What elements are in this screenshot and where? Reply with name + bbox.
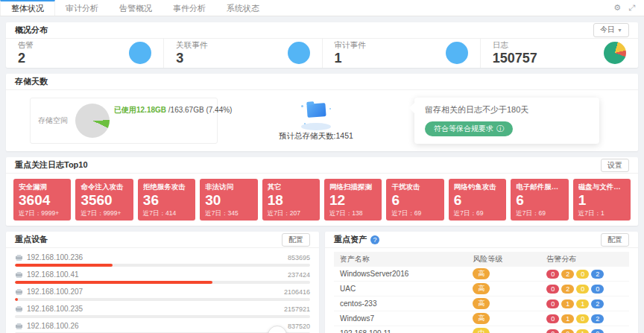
asset-row[interactable]: UAC 高 0200	[334, 282, 629, 296]
device-icon	[15, 288, 23, 296]
log-card-1[interactable]: 安全漏洞 3604 近7日：9999+	[13, 179, 71, 221]
date-range-value: 今日	[600, 25, 615, 34]
log-pie-chart	[604, 42, 626, 64]
col-asset-name: 资产名称	[334, 252, 467, 267]
tab-event-analysis[interactable]: 事件分析	[162, 0, 216, 16]
info-icon: ⓘ	[496, 124, 504, 134]
alert-badges: 0202	[546, 270, 604, 279]
device-row[interactable]: 192.168.100.2072106416	[15, 285, 310, 302]
alert-badges: 0200	[546, 285, 604, 294]
log-card-title: 电子邮件服务攻击	[516, 183, 563, 192]
log-card-recent: 近7日：9999+	[80, 209, 127, 218]
stat-label: 关联事件	[176, 40, 207, 51]
log-card-10[interactable]: 磁盘与文件系... 1 近7日：1	[573, 179, 631, 221]
log-card-value: 3560	[80, 192, 127, 209]
storage-section: 存储天数 存储空间 已使用12.18GB /163.67GB (7.44%) 预…	[6, 74, 638, 151]
asset-name: WindowsServer2016	[334, 267, 467, 282]
log-card-value: 36	[143, 192, 190, 209]
device-count: 837520	[288, 323, 310, 330]
risk-badge: 高	[473, 313, 490, 324]
device-icon	[15, 271, 23, 279]
log-card-recent: 近7日：207	[268, 209, 315, 218]
tab-label: 系统状态	[227, 4, 259, 13]
device-row[interactable]: 192.168.100.2352157921	[15, 302, 310, 319]
storage-header: 存储天数	[6, 74, 638, 90]
assets-config-button[interactable]: 配置	[601, 233, 629, 247]
stat-label: 告警	[18, 40, 34, 51]
asset-row[interactable]: WindowsServer2016 高 0202	[334, 267, 629, 282]
tab-audit-analysis[interactable]: 审计分析	[55, 0, 109, 16]
asset-row[interactable]: 192.168.100.11 中 0010	[334, 326, 629, 333]
log-card-title: 安全漏洞	[19, 183, 66, 192]
risk-badge: 高	[473, 298, 490, 309]
device-icon	[15, 305, 23, 313]
alert-badge-high: 2	[561, 285, 574, 294]
asset-row[interactable]: Windows7 高 0102	[334, 311, 629, 326]
folder-icon	[297, 101, 335, 130]
device-bar-track	[15, 298, 310, 301]
date-range-select[interactable]: 今日▼	[593, 23, 629, 37]
fullscreen-icon[interactable]: ⤢	[628, 3, 635, 13]
storage-body: 存储空间 已使用12.18GB /163.67GB (7.44%) 预计总存储天…	[6, 90, 638, 151]
log-card-2[interactable]: 命令注入攻击 3560 近7日：9999+	[75, 179, 133, 221]
log-card-7[interactable]: 干扰攻击 6 近7日：69	[386, 179, 443, 221]
dashboard-page: 概况分布 今日▼ 告警 2 关联事件 3 审计事件 1 日志	[0, 16, 644, 333]
tab-overall-status[interactable]: 整体状况	[0, 0, 55, 16]
asset-row[interactable]: centos-233 高 0112	[334, 296, 629, 311]
device-row[interactable]: 192.168.100.236853695	[15, 250, 310, 267]
device-icon	[15, 254, 23, 261]
log-card-recent: 近7日：414	[143, 209, 190, 218]
device-ip: 192.168.100.26	[27, 322, 79, 330]
log-card-value: 6	[391, 192, 438, 209]
log-card-5[interactable]: 其它 18 近7日：207	[262, 179, 320, 221]
log-card-title: 网络扫描探测	[329, 183, 376, 192]
col-risk-level: 风险等级	[467, 252, 540, 267]
device-ip: 192.168.100.41	[27, 270, 79, 279]
help-icon[interactable]: ?	[370, 235, 379, 244]
log-card-recent: 近7日：1	[578, 209, 625, 218]
alert-badge-low: 2	[591, 270, 604, 279]
log-card-title: 磁盘与文件系...	[578, 183, 625, 192]
device-bar-track	[15, 315, 310, 318]
log-card-value: 6	[454, 192, 501, 209]
log-card-title: 非法访问	[205, 183, 252, 192]
top10-settings-button[interactable]: 设置	[601, 159, 629, 172]
log-card-3[interactable]: 拒绝服务攻击 36 近7日：414	[138, 179, 195, 221]
risk-badge: 高	[473, 268, 490, 279]
alert-badge-medium: 0	[576, 314, 589, 323]
log-card-title: 干扰攻击	[391, 183, 438, 192]
device-bar-fill	[15, 264, 113, 267]
assets-table: 资产名称 风险等级 告警分布 WindowsServer2016 高 0202 …	[334, 252, 629, 333]
log-card-6[interactable]: 网络扫描探测 12 近7日：138	[324, 179, 382, 221]
log-card-9[interactable]: 电子邮件服务攻击 6 近7日：69	[511, 179, 568, 221]
log-card-title: 命令注入攻击	[80, 183, 127, 192]
tab-system-status[interactable]: 系统状态	[216, 0, 270, 16]
compliance-badge-button[interactable]: 符合等保合规要求 ⓘ	[425, 121, 513, 136]
stat-logs: 日志 150757	[480, 39, 638, 68]
top10-header: 重点关注日志Top10 设置	[6, 157, 638, 174]
tab-alert-overview[interactable]: 告警概况	[109, 0, 162, 16]
tab-label: 事件分析	[173, 4, 206, 13]
circle-chart-icon	[288, 42, 310, 64]
risk-badge: 高	[473, 283, 490, 294]
alert-badges: 0102	[546, 314, 604, 323]
alert-badge-medium: 0	[576, 285, 589, 294]
log-card-8[interactable]: 网络钓鱼攻击 6 近7日：69	[449, 179, 506, 221]
device-row[interactable]: 192.168.100.41237424	[15, 267, 310, 285]
stat-alerts: 告警 2	[6, 39, 163, 68]
alert-badges: 0010	[546, 329, 604, 333]
log-card-4[interactable]: 非法访问 30 近7日：345	[200, 179, 257, 221]
device-row[interactable]: 192.168.100.26837520	[15, 319, 310, 333]
devices-config-button[interactable]: 配置	[282, 233, 310, 247]
gear-icon[interactable]: ⚙	[613, 3, 621, 13]
top-tab-bar: 整体状况 审计分析 告警概况 事件分析 系统状态 ⚙ ⤢	[0, 0, 644, 16]
asset-name: centos-233	[334, 296, 467, 311]
asset-name: 192.168.100.11	[334, 326, 467, 333]
log-card-recent: 近7日：69	[454, 209, 501, 218]
storage-total-value: /163.67GB (7.44%)	[166, 106, 232, 114]
device-bar-track	[15, 281, 310, 284]
risk-badge: 中	[473, 328, 490, 333]
storage-space-box: 存储空间 已使用12.18GB /163.67GB (7.44%)	[30, 98, 218, 144]
alert-badge-medium: 1	[576, 329, 589, 333]
devices-header: 重点设备 配置	[6, 232, 319, 248]
